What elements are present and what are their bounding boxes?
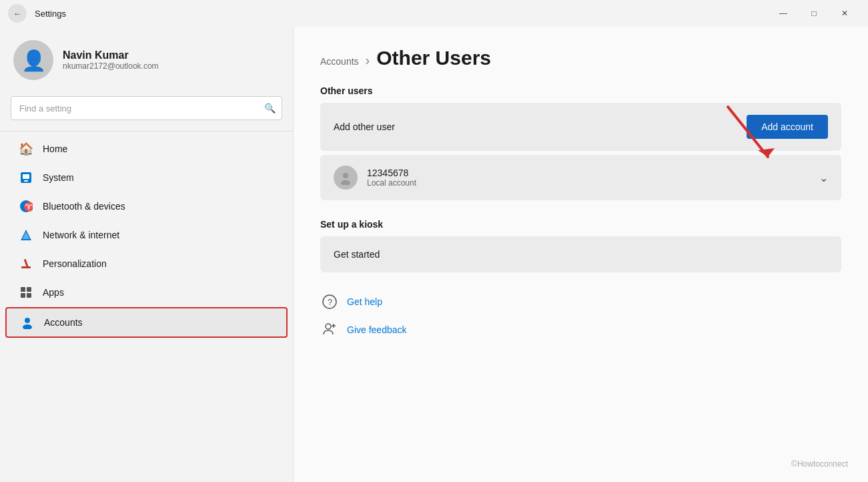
sidebar-item-personalization[interactable]: Personalization (5, 250, 288, 278)
get-help-link[interactable]: Get help (347, 296, 382, 307)
user-avatar-small (334, 166, 358, 190)
svg-point-17 (343, 173, 348, 178)
home-icon: 🏠 (19, 142, 33, 156)
svg-rect-10 (27, 287, 31, 292)
minimize-button[interactable]: — (768, 3, 799, 24)
bluetooth-icon: ♈ (19, 199, 33, 214)
give-feedback-row: Give feedback (320, 320, 841, 339)
system-icon (19, 170, 33, 185)
sidebar-item-label: Apps (43, 287, 64, 298)
kiosk-section: Set up a kiosk Get started (320, 219, 841, 272)
sidebar-item-label: Accounts (44, 317, 83, 328)
close-button[interactable]: ✕ (829, 3, 860, 24)
other-users-label: Other users (320, 85, 841, 96)
sidebar-item-label: Personalization (43, 258, 107, 269)
svg-rect-12 (27, 293, 31, 298)
get-help-row: ? Get help (320, 292, 841, 311)
svg-rect-7 (21, 266, 31, 268)
footer-links: ? Get help Give feedback (320, 292, 841, 339)
user-name: Navin Kumar (63, 49, 159, 61)
existing-user-card[interactable]: 12345678 Local account ⌄ (320, 155, 841, 200)
sidebar-item-network[interactable]: Network & internet (5, 221, 288, 249)
svg-rect-11 (21, 293, 25, 298)
add-account-button[interactable]: Add account (747, 115, 828, 139)
user-id: 12345678 (367, 168, 416, 178)
svg-point-21 (326, 324, 331, 329)
svg-rect-8 (24, 259, 29, 267)
svg-point-18 (341, 180, 350, 185)
breadcrumb-separator: › (366, 53, 370, 68)
sidebar-divider (0, 131, 293, 132)
user-expand-button[interactable]: ⌄ (819, 172, 828, 184)
user-email: nkumar2172@outlook.com (63, 61, 159, 71)
sidebar: 👤 Navin Kumar nkumar2172@outlook.com 🔍 🏠… (0, 27, 294, 482)
user-profile: 👤 Navin Kumar nkumar2172@outlook.com (0, 27, 293, 91)
content-area: Accounts › Other Users Other users Add o… (294, 27, 868, 482)
titlebar: ← Settings — □ ✕ (0, 0, 868, 27)
sidebar-item-apps[interactable]: Apps (5, 278, 288, 306)
sidebar-item-label: System (43, 172, 74, 183)
give-feedback-link[interactable]: Give feedback (347, 324, 407, 335)
restore-button[interactable]: □ (799, 3, 829, 24)
sidebar-item-home[interactable]: 🏠 Home (5, 135, 288, 163)
back-button[interactable]: ← (8, 4, 27, 23)
watermark: ©Howtoconnect (791, 459, 848, 469)
breadcrumb-accounts: Accounts (320, 56, 359, 67)
sidebar-item-system[interactable]: System (5, 164, 288, 192)
accounts-icon (20, 315, 35, 330)
other-users-section: Other users Add other user Add account 1… (320, 85, 841, 200)
apps-icon (19, 285, 33, 300)
search-icon: 🔍 (264, 103, 276, 113)
sidebar-item-label: Network & internet (43, 230, 119, 240)
get-started-label: Get started (334, 249, 380, 260)
sidebar-item-label: Home (43, 144, 67, 154)
svg-rect-1 (23, 174, 29, 179)
avatar: 👤 (13, 40, 53, 80)
avatar-icon: 👤 (21, 49, 46, 72)
svg-rect-9 (21, 287, 25, 292)
svg-text:♈: ♈ (23, 201, 33, 212)
add-other-user-card: Add other user Add account (320, 103, 841, 151)
sidebar-item-bluetooth[interactable]: ♈ Bluetooth & devices (5, 192, 288, 220)
svg-point-13 (25, 318, 30, 323)
get-help-icon: ? (320, 292, 339, 311)
network-icon (19, 228, 33, 242)
give-feedback-icon (320, 320, 339, 339)
svg-rect-2 (24, 180, 28, 182)
svg-text:?: ? (328, 297, 332, 307)
page-title: Other Users (376, 47, 491, 69)
svg-point-14 (23, 324, 32, 329)
kiosk-section-label: Set up a kiosk (320, 219, 841, 230)
user-type: Local account (367, 178, 416, 188)
app-title: Settings (35, 9, 66, 19)
search-input[interactable] (11, 96, 282, 120)
get-started-card[interactable]: Get started (320, 236, 841, 272)
sidebar-item-accounts[interactable]: Accounts (5, 307, 288, 338)
sidebar-item-label: Bluetooth & devices (43, 201, 125, 212)
personalization-icon (19, 256, 33, 271)
add-other-user-label: Add other user (334, 122, 395, 132)
breadcrumb: Accounts › Other Users (320, 47, 841, 69)
